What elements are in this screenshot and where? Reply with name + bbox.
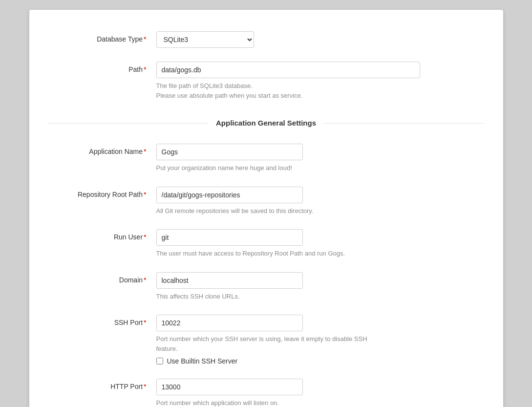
run-user-content: The user must have access to Repository … [156, 229, 484, 258]
http-port-label: HTTP Port* [49, 379, 156, 390]
database-type-content: SQLite3 MySQL PostgreSQL [156, 31, 484, 48]
path-label: Path* [49, 62, 156, 73]
domain-group: Domain* This affects SSH clone URLs. [29, 265, 503, 308]
app-name-label: Application Name* [49, 144, 156, 155]
builtin-ssh-checkbox[interactable] [156, 358, 163, 364]
run-user-input[interactable] [156, 229, 303, 246]
path-content: The file path of SQLite3 database. Pleas… [156, 62, 484, 100]
ssh-port-hint: Port number which your SSH server is usi… [156, 334, 484, 353]
path-group: Path* The file path of SQLite3 database.… [29, 55, 503, 107]
ssh-port-content: Port number which your SSH server is usi… [156, 315, 484, 365]
http-port-group: HTTP Port* Port number which application… [29, 372, 503, 407]
builtin-ssh-row: Use Builtin SSH Server [156, 357, 484, 365]
repo-root-hint: All Git remote repositories will be save… [156, 206, 484, 216]
http-port-content: Port number which application will liste… [156, 379, 484, 407]
run-user-label: Run User* [49, 229, 156, 241]
domain-hint: This affects SSH clone URLs. [156, 292, 484, 301]
database-type-label: Database Type* [49, 31, 156, 43]
run-user-hint: The user must have access to Repository … [156, 249, 484, 258]
app-general-section-header: Application General Settings [29, 112, 503, 134]
domain-label: Domain* [49, 272, 156, 284]
repo-root-group: Repository Root Path* All Git remote rep… [29, 180, 503, 223]
app-name-input[interactable] [156, 144, 303, 160]
settings-card: Database Type* SQLite3 MySQL PostgreSQL … [29, 10, 503, 407]
section-title: Application General Settings [208, 119, 324, 127]
ssh-port-label: SSH Port* [49, 315, 156, 326]
builtin-ssh-label: Use Builtin SSH Server [167, 357, 238, 365]
repo-root-input[interactable] [156, 187, 303, 203]
http-port-hint: Port number which application will liste… [156, 398, 484, 407]
domain-input[interactable] [156, 272, 303, 289]
repo-root-label: Repository Root Path* [49, 187, 156, 198]
run-user-group: Run User* The user must have access to R… [29, 222, 503, 265]
app-name-hint: Put your organization name here huge and… [156, 163, 484, 173]
database-type-select[interactable]: SQLite3 MySQL PostgreSQL [156, 31, 254, 48]
database-type-group: Database Type* SQLite3 MySQL PostgreSQL [29, 24, 503, 55]
app-name-group: Application Name* Put your organization … [29, 137, 503, 180]
path-input[interactable] [156, 62, 420, 78]
ssh-port-group: SSH Port* Port number which your SSH ser… [29, 308, 503, 372]
http-port-input[interactable] [156, 379, 303, 395]
repo-root-content: All Git remote repositories will be save… [156, 187, 484, 216]
ssh-port-input[interactable] [156, 315, 303, 331]
path-hint: The file path of SQLite3 database. Pleas… [156, 81, 484, 100]
app-name-content: Put your organization name here huge and… [156, 144, 484, 173]
domain-content: This affects SSH clone URLs. [156, 272, 484, 301]
